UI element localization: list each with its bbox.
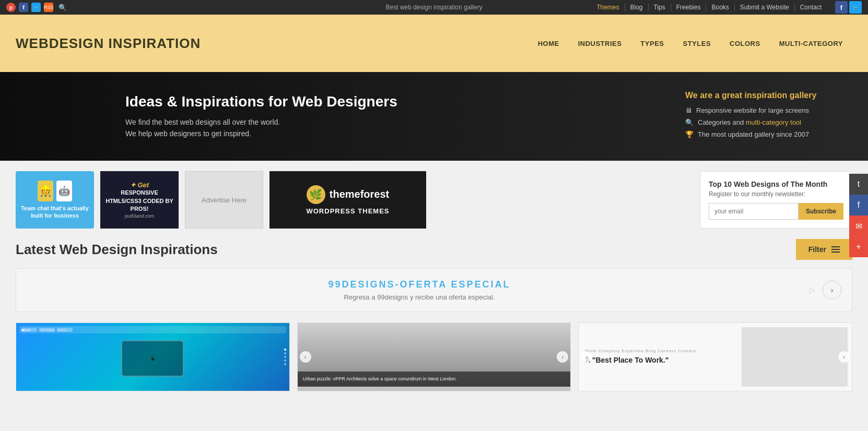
top-social-icons: p f 🐦 RSS 🔍	[6, 3, 67, 12]
newsletter-form: Subscribe	[709, 203, 843, 220]
main-content: 👷 🤖 Team chat that's actually built for …	[0, 161, 868, 402]
ad2-tag2: RESPONSIVE HTML5/CSS3 CODED BY PROS!	[104, 189, 174, 213]
scroll-dot-5	[284, 363, 286, 365]
card3-tagline: A "Best Place To Work."	[585, 355, 736, 365]
latest-section: Latest Web Design Inspirations Filter 99…	[16, 239, 852, 391]
card1-screen: 📱	[150, 356, 156, 361]
ad2-tag3: pudl3and.com	[104, 213, 174, 219]
scroll-dot-3	[284, 356, 286, 358]
top-right-social: f 🐦	[835, 1, 862, 14]
nav-freebies[interactable]: Freebies	[671, 4, 707, 11]
nav-submit[interactable]: Submit a Website	[735, 4, 795, 11]
tf-sub: WORDPRESS THEMES	[306, 207, 389, 215]
tf-name: themeforest	[330, 188, 389, 200]
feature-2: 🔍Categories and multi-category tool	[685, 118, 852, 126]
scroll-dot-2	[284, 352, 286, 354]
card1-nav-item: Our Story	[39, 328, 55, 332]
nav-tips[interactable]: Tips	[649, 4, 671, 11]
card2-image: Urban puzzle: vPPR Architects solve a sp…	[298, 323, 571, 391]
hero-right: We are a great inspiration gallery 🖥Resp…	[685, 91, 852, 142]
ad-box-4[interactable]: 🌿 themeforest WORDPRESS THEMES	[269, 171, 426, 229]
ad-banner-content: 99DESIGNS-OFERTA ESPECIAL Regresa a 99de…	[27, 279, 812, 301]
ad-banner-sub: Regresa a 99designs y recibe una oferta …	[27, 293, 812, 301]
card2-overlay-text: Urban puzzle: vPPR Architects solve a sp…	[303, 376, 457, 381]
side-tumblr-button[interactable]: t	[849, 174, 868, 195]
nav-contact[interactable]: Contact	[795, 4, 827, 11]
card3-left: Work Company Expertise Blog Careers Cont…	[583, 327, 738, 387]
facebook-icon-top[interactable]: f	[19, 3, 28, 12]
trophy-icon: 🏆	[685, 130, 694, 138]
nav-industries[interactable]: INDUSTRIES	[569, 40, 631, 47]
top-bar: p f 🐦 RSS 🔍 Best web design inspiration …	[0, 0, 868, 15]
nav-home[interactable]: HOME	[529, 40, 569, 47]
ad-box-3[interactable]: Advertise Here	[185, 171, 263, 229]
card3-nav-mock: Work Company Expertise Blog Careers Cont…	[585, 349, 736, 353]
filter-line-1	[831, 246, 840, 247]
card1-nav-item2: News	[57, 328, 73, 332]
tf-logo: 🌿 themeforest	[307, 185, 389, 204]
filter-lines-icon	[831, 246, 840, 253]
hero-left: Ideas & Inspirations for Web Designers W…	[125, 93, 664, 140]
twitter-icon-topright[interactable]: 🐦	[849, 1, 862, 14]
design-card-3[interactable]: Work Company Expertise Blog Careers Cont…	[578, 322, 852, 391]
side-mail-button[interactable]: ✉	[849, 216, 868, 236]
side-facebook-button[interactable]: f	[849, 195, 868, 216]
filter-button[interactable]: Filter	[796, 239, 852, 260]
ad1-person-icon: 👷	[38, 181, 53, 201]
hero-features: 🖥Responsive website for large screens 🔍C…	[685, 106, 852, 138]
card3-img-placeholder	[742, 327, 848, 387]
nav-books[interactable]: Books	[706, 4, 734, 11]
arrow-right-icon[interactable]: ›	[823, 281, 841, 300]
newsletter-box: Top 10 Web Designs of The Month Register…	[700, 171, 852, 229]
site-logo[interactable]: WEBDESIGN INSPIRATION	[16, 35, 201, 52]
side-plus-button[interactable]: +	[849, 236, 868, 257]
ad-banner-title: 99DESIGNS-OFERTA ESPECIAL	[27, 279, 812, 290]
design-card-2[interactable]: Urban puzzle: vPPR Architects solve a sp…	[297, 322, 571, 391]
nav-colors[interactable]: COLORS	[720, 40, 770, 47]
search-icon: 🔍	[685, 118, 694, 126]
feature-1: 🖥Responsive website for large screens	[685, 106, 852, 114]
pinterest-icon[interactable]: p	[6, 3, 16, 12]
top-nav: Themes Blog Tips Freebies Books Submit a…	[591, 4, 827, 11]
ad1-text: Team chat that's actually built for busi…	[20, 205, 90, 220]
newsletter-desc: Register to our monthly newsletter:	[709, 190, 843, 198]
ad1-icons: 👷 🤖	[38, 181, 72, 201]
card1-laptop-mock: 📱	[121, 340, 184, 377]
ad3-text: Advertise Here	[202, 196, 247, 204]
twitter-icon-top[interactable]: 🐦	[31, 3, 41, 12]
scroll-dot-4	[284, 360, 286, 362]
site-header: WEBDESIGN INSPIRATION HOME INDUSTRIES TY…	[0, 15, 868, 72]
ad-box-2[interactable]: ✦ Get RESPONSIVE HTML5/CSS3 CODED BY PRO…	[100, 171, 179, 229]
tagline: Best web design inspiration gallery	[386, 4, 483, 11]
hero-title: Ideas & Inspirations for Web Designers	[125, 93, 664, 110]
nav-styles[interactable]: STYLES	[673, 40, 720, 47]
search-icon-top[interactable]: 🔍	[58, 4, 67, 11]
card1-logo-mock: ■icon	[21, 328, 37, 332]
multicategory-link[interactable]: multi-category tool	[746, 118, 801, 126]
card2-mockup: Urban puzzle: vPPR Architects solve a sp…	[298, 323, 571, 391]
nav-themes[interactable]: Themes	[591, 4, 625, 11]
filter-line-3	[831, 252, 840, 253]
card3-nav-right[interactable]: ›	[838, 351, 850, 363]
facebook-icon-topright[interactable]: f	[835, 1, 848, 14]
card2-nav-right[interactable]: ›	[557, 351, 568, 363]
filter-line-2	[831, 249, 840, 250]
feature-3: 🏆The most updated gallery since 2007	[685, 130, 852, 138]
card2-nav-left[interactable]: ‹	[300, 351, 311, 363]
ads-row: 👷 🤖 Team chat that's actually built for …	[16, 171, 852, 229]
card3-image: Work Company Expertise Blog Careers Cont…	[579, 323, 852, 391]
newsletter-subscribe-button[interactable]: Subscribe	[799, 203, 843, 220]
newsletter-title: Top 10 Web Designs of The Month	[709, 180, 843, 188]
nav-types[interactable]: TYPES	[631, 40, 673, 47]
latest-title: Latest Web Design Inspirations	[16, 242, 218, 258]
scroll-dots	[284, 349, 286, 365]
design-cards: ■icon Our Story News 📱	[16, 322, 852, 391]
ad-box-1[interactable]: 👷 🤖 Team chat that's actually built for …	[16, 171, 94, 229]
card3-nav-left[interactable]: ‹	[581, 351, 592, 363]
nav-multicategory[interactable]: MULTI-CATEGORY	[770, 40, 852, 47]
nav-blog[interactable]: Blog	[625, 4, 649, 11]
newsletter-email-input[interactable]	[709, 203, 799, 220]
rss-icon[interactable]: RSS	[44, 3, 53, 12]
design-card-1[interactable]: ■icon Our Story News 📱	[16, 322, 290, 391]
card1-mockup: ■icon Our Story News 📱	[16, 323, 289, 391]
